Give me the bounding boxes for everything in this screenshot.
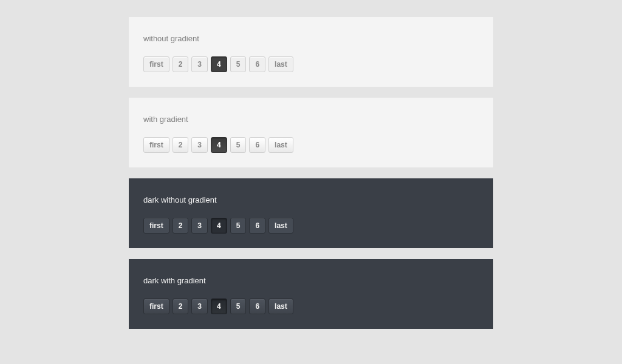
panel-dark-gradient: dark with gradient first 2 3 4 5 6 last	[129, 259, 493, 329]
pagination: first 2 3 4 5 6 last	[143, 298, 479, 314]
pagination: first 2 3 4 5 6 last	[143, 56, 479, 72]
page-last[interactable]: last	[268, 137, 293, 153]
panel-dark-flat: dark without gradient first 2 3 4 5 6 la…	[129, 178, 493, 248]
page-2[interactable]: 2	[173, 137, 189, 153]
page-first[interactable]: first	[143, 298, 169, 314]
section-title: dark with gradient	[143, 276, 479, 285]
page-6[interactable]: 6	[249, 56, 265, 72]
page-2[interactable]: 2	[173, 56, 189, 72]
page-6[interactable]: 6	[249, 218, 265, 234]
page-last[interactable]: last	[268, 218, 293, 234]
page-5[interactable]: 5	[230, 137, 247, 153]
section-title: dark without gradient	[143, 195, 479, 204]
page-6[interactable]: 6	[249, 137, 265, 153]
page-4[interactable]: 4	[211, 56, 227, 72]
page-first[interactable]: first	[143, 56, 169, 72]
page-4[interactable]: 4	[211, 137, 227, 153]
page-3[interactable]: 3	[191, 218, 208, 234]
page-2[interactable]: 2	[173, 218, 189, 234]
page-6[interactable]: 6	[249, 298, 265, 314]
page-first[interactable]: first	[143, 218, 169, 234]
page-last[interactable]: last	[268, 56, 293, 72]
page-first[interactable]: first	[143, 137, 169, 153]
section-title: without gradient	[143, 34, 479, 43]
panel-light-flat: without gradient first 2 3 4 5 6 last	[129, 17, 493, 87]
section-title: with gradient	[143, 115, 479, 124]
page-3[interactable]: 3	[191, 298, 208, 314]
page-5[interactable]: 5	[230, 56, 247, 72]
page-2[interactable]: 2	[173, 298, 189, 314]
pagination: first 2 3 4 5 6 last	[143, 218, 479, 234]
page-5[interactable]: 5	[230, 218, 247, 234]
page-3[interactable]: 3	[191, 137, 208, 153]
page-4[interactable]: 4	[211, 218, 227, 234]
page-5[interactable]: 5	[230, 298, 247, 314]
page-4[interactable]: 4	[211, 298, 227, 314]
page-3[interactable]: 3	[191, 56, 208, 72]
page-last[interactable]: last	[268, 298, 293, 314]
panel-light-gradient: with gradient first 2 3 4 5 6 last	[129, 98, 493, 167]
pagination: first 2 3 4 5 6 last	[143, 137, 479, 153]
